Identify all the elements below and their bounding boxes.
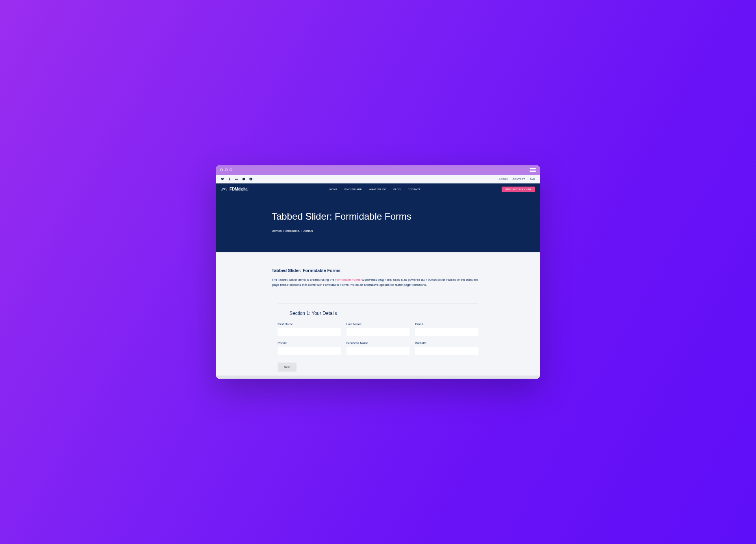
content-title: Tabbed Slider: Formidable Forms — [272, 268, 484, 273]
last-name-field: Last Name — [346, 322, 410, 336]
window-dot[interactable] — [220, 168, 223, 171]
business-name-input[interactable] — [346, 347, 410, 355]
logo-icon — [221, 186, 227, 193]
bottom-strip — [216, 376, 540, 379]
nav-contact[interactable]: CONTACT — [408, 188, 421, 191]
first-name-input[interactable] — [278, 328, 341, 336]
formidable-forms-link[interactable]: Formidable Forms — [335, 278, 361, 281]
faq-link[interactable]: FAQ — [530, 178, 535, 180]
content-description: The Tabbed Slider demo is created using … — [272, 278, 484, 288]
phone-field: Phone — [278, 341, 341, 355]
svg-point-0 — [243, 178, 245, 180]
last-name-input[interactable] — [346, 328, 410, 336]
website-input[interactable] — [415, 347, 478, 355]
email-field: Email — [415, 322, 478, 336]
dribbble-icon[interactable] — [242, 178, 245, 181]
email-input[interactable] — [415, 328, 478, 336]
facebook-icon[interactable] — [228, 178, 231, 181]
breadcrumb[interactable]: Demos, Formidable, Tutorials — [272, 229, 484, 233]
logo[interactable]: FDMdigital — [221, 186, 248, 193]
last-name-label: Last Name — [346, 322, 410, 326]
email-label: Email — [415, 322, 478, 326]
browser-window: LOGIN CONTACT FAQ FDMdigital HOME WHO WE… — [216, 165, 540, 379]
nav-blog[interactable]: BLOG — [393, 188, 401, 191]
nav-who-we-are[interactable]: WHO WE ARE — [344, 188, 362, 191]
next-button[interactable]: Next — [278, 363, 296, 372]
form-section-title: Section 1: Your Details — [278, 311, 478, 316]
phone-label: Phone — [278, 341, 341, 345]
contact-link[interactable]: CONTACT — [512, 178, 525, 180]
content: Tabbed Slider: Formidable Forms The Tabb… — [216, 252, 540, 376]
window-controls[interactable] — [220, 168, 232, 171]
page-title: Tabbed Slider: Formidable Forms — [272, 211, 484, 222]
login-link[interactable]: LOGIN — [499, 178, 508, 180]
business-name-field: Business Name — [346, 341, 410, 355]
first-name-field: First Name — [278, 322, 341, 336]
nav-home[interactable]: HOME — [329, 188, 337, 191]
website-field: Website — [415, 341, 478, 355]
linkedin-icon[interactable] — [235, 178, 238, 181]
nav-what-we-do[interactable]: WHAT WE DO — [369, 188, 386, 191]
top-bar: LOGIN CONTACT FAQ — [216, 175, 540, 183]
form-area: Section 1: Your Details First Name Last … — [278, 303, 478, 372]
nav-bar: FDMdigital HOME WHO WE ARE WHAT WE DO BL… — [216, 183, 540, 195]
logo-text: FDMdigital — [230, 187, 248, 191]
twitter-icon[interactable] — [221, 178, 224, 181]
browser-chrome — [216, 165, 540, 175]
website-label: Website — [415, 341, 478, 345]
business-name-label: Business Name — [346, 341, 410, 345]
project-planner-button[interactable]: PROJECT PLANNER — [502, 187, 535, 192]
hero: Tabbed Slider: Formidable Forms Demos, F… — [216, 195, 540, 252]
first-name-label: First Name — [278, 322, 341, 326]
nav-links: HOME WHO WE ARE WHAT WE DO BLOG CONTACT — [329, 188, 421, 191]
phone-input[interactable] — [278, 347, 341, 355]
svg-point-2 — [250, 178, 252, 179]
window-dot[interactable] — [230, 168, 232, 171]
hamburger-icon[interactable] — [530, 168, 536, 172]
instagram-icon[interactable] — [249, 178, 252, 181]
social-icons — [221, 178, 252, 181]
form-grid: First Name Last Name Email Phone Busines… — [278, 322, 478, 355]
top-links: LOGIN CONTACT FAQ — [499, 178, 535, 180]
window-dot[interactable] — [225, 168, 228, 171]
